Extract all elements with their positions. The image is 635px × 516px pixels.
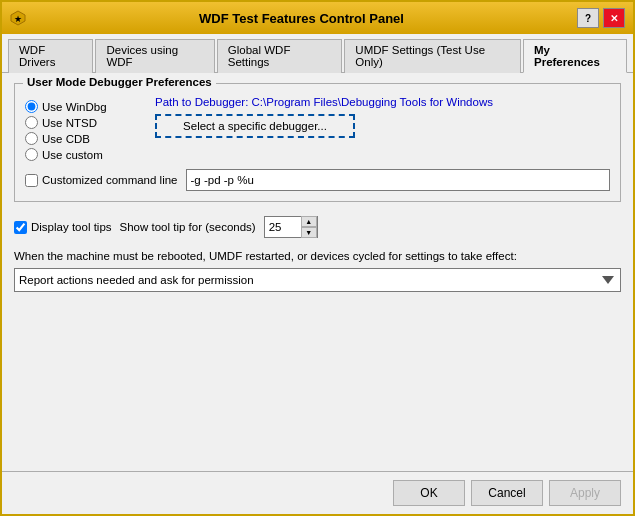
path-prefix: Path to Debugger: C:\Program Files\Debug… [155, 96, 446, 108]
spinner-up-button[interactable]: ▲ [301, 216, 317, 227]
radio-ntsd-input[interactable] [25, 116, 38, 129]
tab-global-wdf[interactable]: Global WDF Settings [217, 39, 343, 73]
cmd-line-label: Customized command line [42, 174, 178, 186]
tooltip-checkbox[interactable] [14, 221, 27, 234]
close-button[interactable]: ✕ [603, 8, 625, 28]
reboot-label: When the machine must be rebooted, UMDF … [14, 250, 621, 262]
spinner-buttons: ▲ ▼ [301, 216, 317, 238]
radio-cdb-label: Use CDB [42, 133, 90, 145]
tab-bar: WDF Drivers Devices using WDF Global WDF… [2, 34, 633, 73]
radio-cdb[interactable]: Use CDB [25, 132, 107, 145]
group-title: User Mode Debugger Preferences [23, 76, 216, 88]
reboot-section: When the machine must be rebooted, UMDF … [14, 250, 621, 292]
radio-windbg-label: Use WinDbg [42, 101, 107, 113]
title-controls: ? ✕ [577, 8, 625, 28]
spinner-down-button[interactable]: ▼ [301, 227, 317, 238]
app-icon: ★ [10, 10, 26, 26]
radio-custom-input[interactable] [25, 148, 38, 161]
path-area: Path to Debugger: C:\Program Files\Debug… [155, 96, 610, 138]
select-debugger-button[interactable]: Select a specific debugger... [155, 114, 355, 138]
svg-text:★: ★ [14, 14, 22, 24]
tab-umdf-settings[interactable]: UMDF Settings (Test Use Only) [344, 39, 521, 73]
path-label: Path to Debugger: C:\Program Files\Debug… [155, 96, 610, 108]
window-title: WDF Test Features Control Panel [26, 11, 577, 26]
path-link[interactable]: Windows [446, 96, 493, 108]
cmd-line-checkbox[interactable] [25, 174, 38, 187]
tab-wdf-drivers[interactable]: WDF Drivers [8, 39, 93, 73]
footer: OK Cancel Apply [2, 471, 633, 514]
reboot-dropdown[interactable]: Report actions needed and ask for permis… [14, 268, 621, 292]
radio-ntsd[interactable]: Use NTSD [25, 116, 107, 129]
radio-custom-label: Use custom [42, 149, 103, 161]
radio-group: Use WinDbg Use NTSD Use CDB Use custom [25, 100, 107, 161]
radio-windbg-input[interactable] [25, 100, 38, 113]
tooltip-label: Display tool tips [31, 221, 112, 233]
radio-windbg[interactable]: Use WinDbg [25, 100, 107, 113]
radio-ntsd-label: Use NTSD [42, 117, 97, 129]
spinner-input[interactable] [265, 217, 301, 237]
help-button[interactable]: ? [577, 8, 599, 28]
debugger-group: User Mode Debugger Preferences Use WinDb… [14, 83, 621, 202]
radio-cdb-input[interactable] [25, 132, 38, 145]
spinner-group: ▲ ▼ [264, 216, 318, 238]
ok-button[interactable]: OK [393, 480, 465, 506]
tab-my-preferences[interactable]: My Preferences [523, 39, 627, 73]
cmd-line-input[interactable] [186, 169, 610, 191]
cmd-line-checkbox-label[interactable]: Customized command line [25, 174, 178, 187]
content-area: User Mode Debugger Preferences Use WinDb… [2, 73, 633, 471]
title-bar: ★ WDF Test Features Control Panel ? ✕ [2, 2, 633, 34]
radio-custom[interactable]: Use custom [25, 148, 107, 161]
tooltip-seconds-label: Show tool tip for (seconds) [120, 221, 256, 233]
tooltip-checkbox-label[interactable]: Display tool tips [14, 221, 112, 234]
tooltip-row: Display tool tips Show tool tip for (sec… [14, 212, 621, 242]
tab-devices-wdf[interactable]: Devices using WDF [95, 39, 214, 73]
group-inner: Use WinDbg Use NTSD Use CDB Use custom [25, 96, 610, 161]
cmd-row: Customized command line [25, 169, 610, 191]
apply-button[interactable]: Apply [549, 480, 621, 506]
cancel-button[interactable]: Cancel [471, 480, 543, 506]
main-window: ★ WDF Test Features Control Panel ? ✕ WD… [0, 0, 635, 516]
